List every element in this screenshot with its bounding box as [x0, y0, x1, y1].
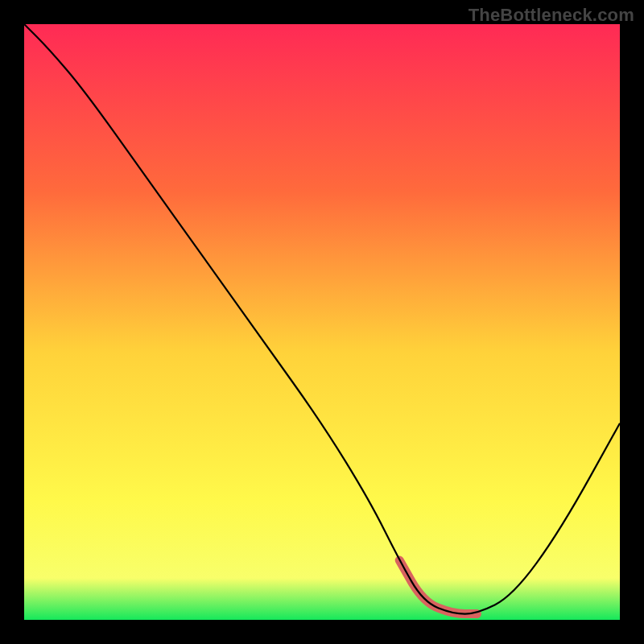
plot-area — [24, 24, 620, 620]
watermark-text: TheBottleneck.com — [469, 5, 634, 26]
gradient-background — [24, 24, 620, 620]
chart-frame: TheBottleneck.com — [0, 0, 644, 644]
chart-svg — [24, 24, 620, 620]
